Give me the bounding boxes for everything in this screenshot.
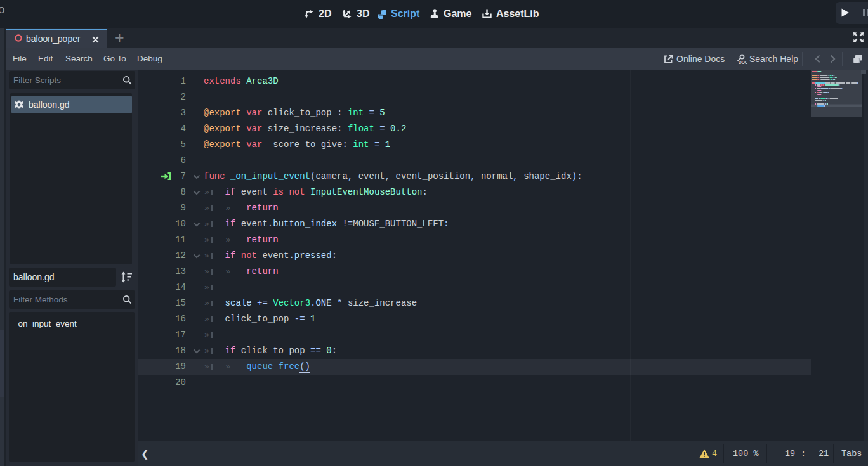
svg-text:DOC: DOC: [739, 60, 747, 65]
